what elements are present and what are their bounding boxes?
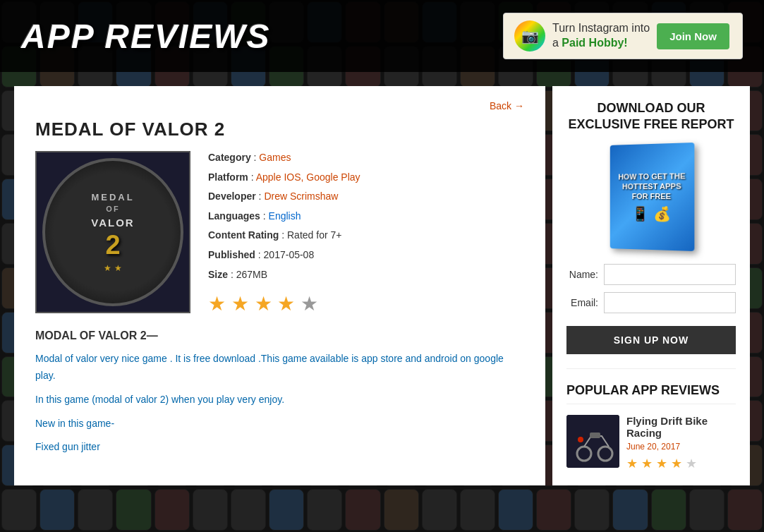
published-label: Published	[208, 249, 255, 260]
star-rating: ★ ★ ★ ★ ★	[208, 292, 524, 315]
app-details: MEDAL OF VALOR 2 ★ ★ Category : Games Pl…	[35, 151, 524, 315]
review-paragraph-3: New in this game-	[35, 416, 524, 433]
platform-label: Platform	[208, 171, 248, 183]
sidebar: DOWNLOAD OUR EXCLUSIVE FREE REPORT HOW T…	[552, 86, 750, 485]
info-category: Category : Games	[208, 151, 524, 165]
info-published: Published : 2017-05-08	[208, 248, 524, 262]
ad-text: Turn Instagram into a Paid Hobby!	[552, 21, 650, 51]
colon-5: :	[281, 229, 287, 241]
star-4: ★	[277, 293, 295, 315]
languages-value: English	[269, 210, 301, 222]
star-5-empty: ★	[301, 293, 318, 315]
content-rating-label: Content Rating	[208, 229, 279, 241]
name-label: Name:	[566, 269, 598, 280]
ad-paid-text: Paid Hobby!	[562, 37, 627, 49]
star-1: ★	[208, 293, 226, 315]
colon-6: :	[258, 249, 264, 260]
category-value: Games	[259, 152, 291, 163]
join-now-button[interactable]: Join Now	[657, 23, 729, 49]
email-label: Email:	[566, 297, 598, 308]
site-title: APP REVIEWS	[21, 17, 271, 56]
info-developer: Developer : Drew Scrimshaw	[208, 190, 524, 204]
developer-value: Drew Scrimshaw	[264, 191, 338, 202]
email-input[interactable]	[604, 292, 736, 313]
report-title: DOWNLOAD OUR EXCLUSIVE FREE REPORT	[566, 100, 736, 133]
size-label: Size	[208, 269, 228, 280]
svg-point-4	[578, 437, 583, 442]
category-label: Category	[208, 152, 251, 163]
book-cover: HOW TO GET THE HOTTEST APPS FOR FREE 📱 💰	[610, 143, 695, 251]
app-info: Category : Games Platform : Apple IOS, G…	[208, 151, 524, 315]
app-icon-text: MEDAL OF VALOR	[91, 191, 134, 230]
pop-star-3: ★	[656, 457, 667, 471]
info-languages: Languages : English	[208, 210, 524, 224]
info-size: Size : 267MB	[208, 268, 524, 282]
review-paragraph-4: Fixed gun jitter	[35, 439, 524, 456]
content-rating-value: Rated for 7+	[287, 229, 341, 241]
pop-star-4: ★	[671, 457, 682, 471]
header: APP REVIEWS 📷 Turn Instagram into a Paid…	[0, 0, 764, 72]
book-icons: 📱 💰	[632, 205, 671, 223]
published-value: 2017-05-08	[264, 249, 315, 260]
platform-value: Apple IOS, Google Play	[256, 171, 360, 183]
back-link[interactable]: Back →	[35, 100, 524, 111]
popular-title: POPULAR APP REVIEWS	[566, 383, 736, 404]
developer-label: Developer	[208, 191, 256, 202]
book-cover-text: HOW TO GET THE HOTTEST APPS FOR FREE	[617, 171, 687, 202]
popular-section: POPULAR APP REVIEWS	[566, 383, 736, 471]
info-platform: Platform : Apple IOS, Google Play	[208, 171, 524, 185]
star-2: ★	[231, 293, 249, 315]
pop-star-2: ★	[641, 457, 653, 471]
review-section: MODAL OF VALOR 2— Modal of valor very ni…	[35, 330, 524, 456]
popular-app-date: June 20, 2017	[626, 442, 736, 452]
instagram-icon: 📷	[514, 20, 545, 52]
app-icon-number: 2	[105, 230, 120, 260]
size-value: 267MB	[236, 269, 267, 280]
popular-item-info: Flying Drift Bike Racing June 20, 2017 ★…	[626, 415, 736, 471]
popular-app-name[interactable]: Flying Drift Bike Racing	[626, 415, 736, 439]
app-icon: MEDAL OF VALOR 2 ★ ★	[42, 158, 183, 306]
svg-rect-0	[566, 415, 619, 468]
colon-7: :	[231, 269, 236, 280]
colon-2: :	[251, 171, 256, 183]
pop-star-1: ★	[626, 457, 638, 471]
pop-star-5-empty: ★	[686, 457, 697, 471]
star-3: ★	[255, 293, 272, 315]
app-title: MEDAL OF VALOR 2	[35, 119, 524, 140]
content-area: Back → MEDAL OF VALOR 2 MEDAL OF VALOR 2…	[14, 86, 545, 485]
languages-label: Languages	[208, 210, 260, 222]
ad-line2: a Paid Hobby!	[552, 36, 650, 51]
ad-line1: Turn Instagram into	[552, 21, 650, 36]
main-container: Back → MEDAL OF VALOR 2 MEDAL OF VALOR 2…	[0, 72, 764, 485]
bike-image	[566, 415, 619, 468]
popular-item-thumb	[566, 415, 619, 468]
review-paragraph-1: Modal of valor very nice game . It is fr…	[35, 351, 524, 385]
app-icon-container: MEDAL OF VALOR 2 ★ ★	[35, 151, 190, 313]
name-input[interactable]	[604, 264, 736, 285]
header-advertisement: 📷 Turn Instagram into a Paid Hobby! Join…	[503, 13, 743, 59]
app-icon-stars: ★ ★	[104, 263, 121, 273]
svg-rect-3	[590, 433, 600, 438]
review-body: Modal of valor very nice game . It is fr…	[35, 351, 524, 456]
signup-button[interactable]: SIGN UP NOW	[566, 326, 736, 354]
review-paragraph-2: In this game (modal of valor 2) when you…	[35, 392, 524, 409]
colon-4: :	[263, 210, 269, 222]
name-form-row: Name:	[566, 264, 736, 285]
info-content-rating: Content Rating : Rated for 7+	[208, 229, 524, 243]
review-title: MODAL OF VALOR 2—	[35, 330, 524, 342]
popular-app-stars: ★ ★ ★ ★ ★	[626, 456, 736, 471]
email-form-row: Email:	[566, 292, 736, 313]
popular-item: Flying Drift Bike Racing June 20, 2017 ★…	[566, 415, 736, 471]
sidebar-report-section: DOWNLOAD OUR EXCLUSIVE FREE REPORT HOW T…	[566, 100, 736, 369]
